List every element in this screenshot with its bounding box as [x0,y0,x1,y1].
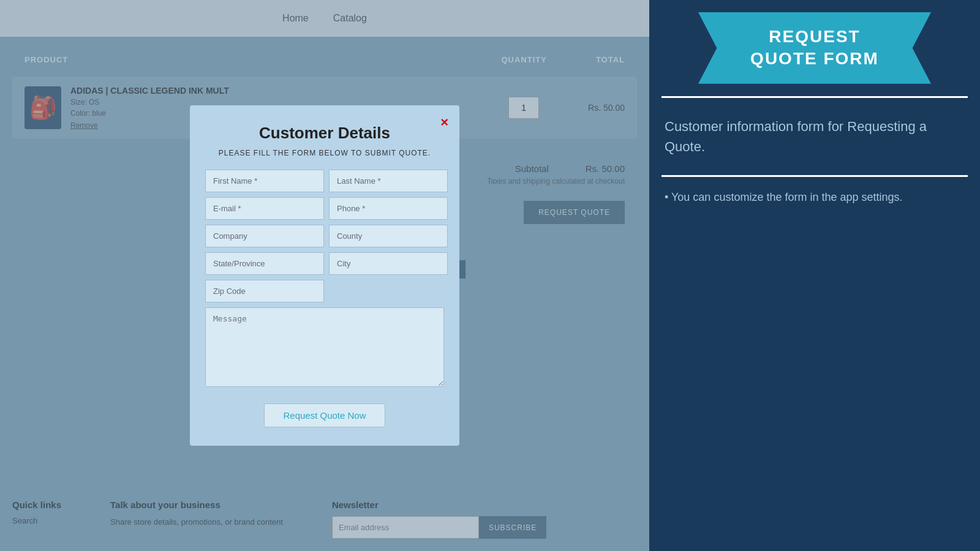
banner-title-line1: REQUEST [723,26,907,48]
zip-input[interactable] [205,280,324,302]
modal-close-button[interactable]: × [440,114,448,130]
right-divider-bottom [662,175,968,177]
banner-container: REQUEST QUOTE FORM [698,12,931,84]
form-row-company [205,225,444,247]
first-name-input[interactable] [205,170,324,192]
right-panel-description: Customer information form for Requesting… [649,104,980,169]
city-input[interactable] [329,252,448,275]
modal-title: Customer Details [205,124,444,143]
right-panel-tip: • You can customize the form in the app … [649,183,980,212]
submit-button[interactable]: Request Quote Now [264,403,385,427]
last-name-input[interactable] [329,170,448,192]
banner-title-line2: QUOTE FORM [723,48,907,70]
customer-details-modal: × Customer Details PLEASE FILL THE FORM … [190,105,459,446]
form-row-name [205,170,444,192]
message-input[interactable] [205,307,444,387]
state-input[interactable] [205,252,324,275]
phone-input[interactable] [329,197,448,220]
form-row-state [205,252,444,275]
form-row-contact [205,197,444,220]
right-panel: REQUEST QUOTE FORM Customer information … [649,0,980,551]
modal-overlay: × Customer Details PLEASE FILL THE FORM … [0,0,649,551]
right-divider-top [662,96,968,98]
banner-shape: REQUEST QUOTE FORM [698,12,931,84]
county-input[interactable] [329,225,448,247]
form-row-zip [205,280,444,302]
modal-subtitle: PLEASE FILL THE FORM BELOW TO SUBMIT QUO… [205,149,444,157]
company-input[interactable] [205,225,324,247]
email-input[interactable] [205,197,324,220]
